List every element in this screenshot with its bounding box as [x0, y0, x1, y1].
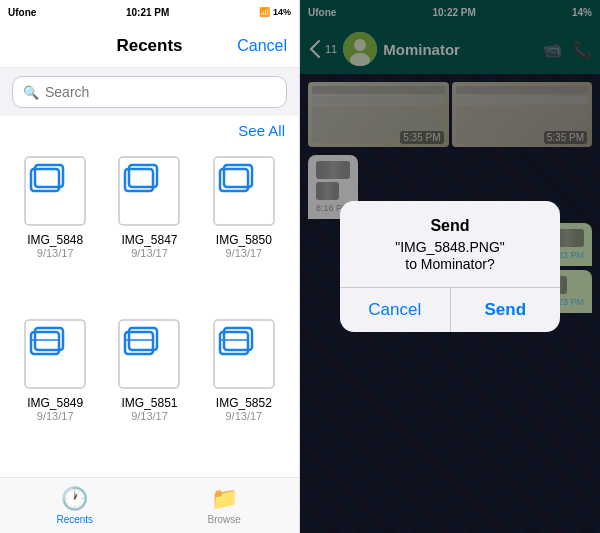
search-bar[interactable]: 🔍 [12, 76, 287, 108]
file-name-0: IMG_5848 [27, 233, 83, 247]
browse-icon: 📁 [211, 486, 238, 512]
file-name-3: IMG_5849 [27, 396, 83, 410]
file-icon-1 [117, 155, 181, 227]
left-panel: Ufone 10:21 PM 📶 14% Recents Cancel 🔍 Se… [0, 0, 300, 533]
file-date-0: 9/13/17 [37, 247, 74, 259]
dialog-send-button[interactable]: Send [451, 288, 561, 332]
file-item-4[interactable]: IMG_5851 9/13/17 [102, 310, 196, 473]
file-date-2: 9/13/17 [225, 247, 262, 259]
screen-title: Recents [116, 36, 182, 56]
tab-browse[interactable]: 📁 Browse [150, 478, 300, 533]
carrier-left: Ufone [8, 7, 36, 18]
file-item-2[interactable]: IMG_5850 9/13/17 [197, 147, 291, 310]
nav-header: Recents Cancel [0, 24, 299, 68]
file-name-5: IMG_5852 [216, 396, 272, 410]
file-name-1: IMG_5847 [121, 233, 177, 247]
file-item-0[interactable]: IMG_5848 9/13/17 [8, 147, 102, 310]
file-date-1: 9/13/17 [131, 247, 168, 259]
file-icon-5 [212, 318, 276, 390]
file-date-5: 9/13/17 [225, 410, 262, 422]
file-icon-4 [117, 318, 181, 390]
bottom-tabs: 🕐 Recents 📁 Browse [0, 477, 299, 533]
dialog-filename: "IMG_5848.PNG" [360, 239, 540, 255]
tab-browse-label: Browse [208, 514, 241, 525]
time-left: 10:21 PM [126, 7, 169, 18]
battery-left: 📶 14% [259, 7, 291, 17]
see-all-button[interactable]: See All [238, 122, 285, 139]
file-name-4: IMG_5851 [121, 396, 177, 410]
send-dialog: Send "IMG_5848.PNG" to Mominator? Cancel… [340, 201, 560, 332]
file-name-2: IMG_5850 [216, 233, 272, 247]
wifi-icon: 📶 [259, 7, 270, 17]
right-panel: Ufone 10:22 PM 14% 11 Mominator 📹 📞 [300, 0, 600, 533]
file-date-4: 9/13/17 [131, 410, 168, 422]
search-icon: 🔍 [23, 85, 39, 100]
files-grid: IMG_5848 9/13/17 IMG_5847 9/13/17 [0, 143, 299, 477]
file-item-1[interactable]: IMG_5847 9/13/17 [102, 147, 196, 310]
file-icon-2 [212, 155, 276, 227]
file-item-5[interactable]: IMG_5852 9/13/17 [197, 310, 291, 473]
dialog-content: Send "IMG_5848.PNG" to Mominator? [340, 201, 560, 287]
search-bar-container: 🔍 [0, 68, 299, 116]
recents-icon: 🕐 [61, 486, 88, 512]
file-icon-3 [23, 318, 87, 390]
file-item-3[interactable]: IMG_5849 9/13/17 [8, 310, 102, 473]
section-header: See All [0, 116, 299, 143]
dialog-cancel-button[interactable]: Cancel [340, 288, 451, 332]
dialog-overlay: Send "IMG_5848.PNG" to Mominator? Cancel… [300, 0, 600, 533]
battery-text-left: 14% [273, 7, 291, 17]
file-date-3: 9/13/17 [37, 410, 74, 422]
tab-recents-label: Recents [56, 514, 93, 525]
dialog-buttons: Cancel Send [340, 287, 560, 332]
file-icon-0 [23, 155, 87, 227]
status-bar-left: Ufone 10:21 PM 📶 14% [0, 0, 299, 24]
cancel-button[interactable]: Cancel [237, 37, 287, 55]
search-input[interactable] [45, 84, 276, 100]
tab-recents[interactable]: 🕐 Recents [0, 478, 150, 533]
dialog-title: Send [360, 217, 540, 235]
dialog-message-to: to Mominator? [360, 255, 540, 275]
